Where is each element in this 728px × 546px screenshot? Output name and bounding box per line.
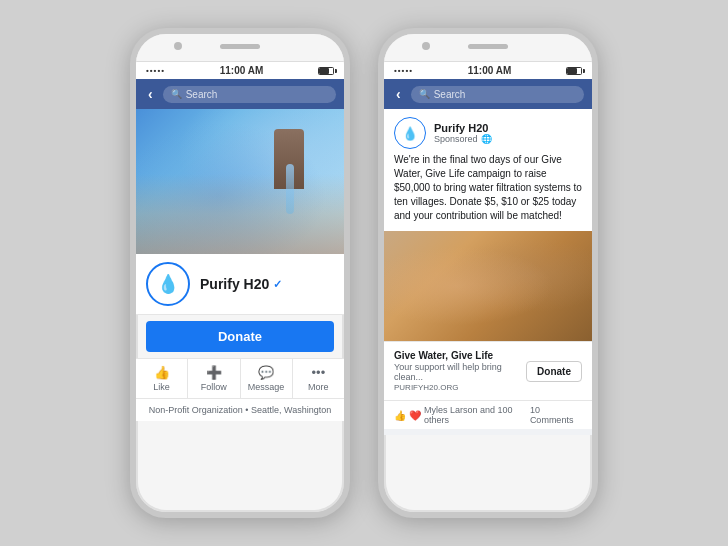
- phone-camera-left: [174, 42, 182, 50]
- message-label: Message: [248, 382, 285, 392]
- reactions-left: 👍 ❤️ Myles Larson and 100 others: [394, 405, 530, 425]
- ad-info: Give Water, Give Life Your support will …: [394, 350, 518, 392]
- ad-donate-button[interactable]: Donate: [526, 361, 582, 382]
- ad-card: Give Water, Give Life Your support will …: [384, 341, 592, 400]
- back-button-right[interactable]: ‹: [392, 84, 405, 104]
- profile-logo-left: 💧: [146, 262, 190, 306]
- phones-container: ••••• 11:00 AM ‹ 🔍 Search: [100, 18, 628, 528]
- post-header: 💧 Purify H20 Sponsored 🌐: [384, 109, 592, 153]
- globe-icon: 🌐: [481, 134, 492, 144]
- nav-bar-right: ‹ 🔍 Search: [384, 79, 592, 109]
- signal-dots-left: •••••: [146, 66, 165, 75]
- phone-top-bar-right: [384, 34, 592, 62]
- more-label: More: [308, 382, 329, 392]
- more-icon: •••: [312, 365, 326, 380]
- phone-speaker-right: [468, 44, 508, 49]
- left-phone: ••••• 11:00 AM ‹ 🔍 Search: [130, 28, 350, 518]
- status-bar-right: ••••• 11:00 AM: [384, 62, 592, 79]
- water-drop-icon-left: 💧: [157, 273, 179, 295]
- ad-url: purifyh20.org: [394, 383, 518, 392]
- status-bar-left: ••••• 11:00 AM: [136, 62, 344, 79]
- phone-speaker-left: [220, 44, 260, 49]
- phone-top-bar-left: [136, 34, 344, 62]
- status-time-left: 11:00 AM: [220, 65, 264, 76]
- profile-name-left: Purify H20 ✓: [200, 276, 282, 292]
- follow-button[interactable]: ➕ Follow: [188, 359, 240, 398]
- verified-badge-left: ✓: [273, 278, 282, 291]
- cover-photo-left: [136, 109, 344, 254]
- ad-description: Your support will help bring clean...: [394, 362, 518, 382]
- profile-section-left: 💧 Purify H20 ✓: [136, 254, 344, 315]
- heart-reaction-emoji: ❤️: [409, 410, 421, 421]
- search-bar-right[interactable]: 🔍 Search: [411, 86, 584, 103]
- back-button-left[interactable]: ‹: [144, 84, 157, 104]
- reactions-count-text: Myles Larson and 100 others: [424, 405, 530, 425]
- like-icon: 👍: [154, 365, 170, 380]
- like-reaction-emoji: 👍: [394, 410, 406, 421]
- search-icon-right: 🔍: [419, 89, 430, 99]
- ad-title: Give Water, Give Life: [394, 350, 518, 361]
- search-placeholder-left: Search: [186, 89, 218, 100]
- post-water-drop-icon: 💧: [402, 126, 418, 141]
- search-bar-left[interactable]: 🔍 Search: [163, 86, 336, 103]
- more-button[interactable]: ••• More: [293, 359, 344, 398]
- battery-fill-left: [319, 68, 329, 74]
- donate-button-left[interactable]: Donate: [146, 321, 334, 352]
- reactions-row: 👍 ❤️ Myles Larson and 100 others 10 Comm…: [384, 400, 592, 429]
- status-time-right: 11:00 AM: [468, 65, 512, 76]
- like-button[interactable]: 👍 Like: [136, 359, 188, 398]
- right-phone: ••••• 11:00 AM ‹ 🔍 Search 💧: [378, 28, 598, 518]
- water-stream: [286, 164, 294, 214]
- sponsored-label: Sponsored: [434, 134, 478, 144]
- battery-icon-left: [318, 67, 334, 75]
- org-name-left: Purify H20: [200, 276, 269, 292]
- post-sponsored: Sponsored 🌐: [434, 134, 492, 144]
- follow-label: Follow: [201, 382, 227, 392]
- signal-dots-right: •••••: [394, 66, 413, 75]
- hands-bg: [136, 174, 344, 254]
- battery-left: [318, 67, 334, 75]
- like-label: Like: [153, 382, 170, 392]
- post-org-info: Purify H20 Sponsored 🌐: [434, 122, 492, 144]
- phone-camera-right: [422, 42, 430, 50]
- post-image: [384, 231, 592, 341]
- post-image-overlay: [384, 231, 592, 341]
- nav-bar-left: ‹ 🔍 Search: [136, 79, 344, 109]
- org-info-text: Non-Profit Organization • Seattle, Washi…: [136, 399, 344, 421]
- action-row-left: 👍 Like ➕ Follow 💬 Message ••• More: [136, 358, 344, 399]
- message-icon: 💬: [258, 365, 274, 380]
- fb-post: 💧 Purify H20 Sponsored 🌐 We're in the fi…: [384, 109, 592, 435]
- comments-count: 10 Comments: [530, 405, 582, 425]
- post-org-logo: 💧: [394, 117, 426, 149]
- follow-icon: ➕: [206, 365, 222, 380]
- battery-icon-right: [566, 67, 582, 75]
- message-button[interactable]: 💬 Message: [241, 359, 293, 398]
- post-org-name: Purify H20: [434, 122, 492, 134]
- battery-right: [566, 67, 582, 75]
- battery-fill-right: [567, 68, 577, 74]
- post-body-text: We're in the final two days of our Give …: [384, 153, 592, 231]
- search-placeholder-right: Search: [434, 89, 466, 100]
- search-icon-left: 🔍: [171, 89, 182, 99]
